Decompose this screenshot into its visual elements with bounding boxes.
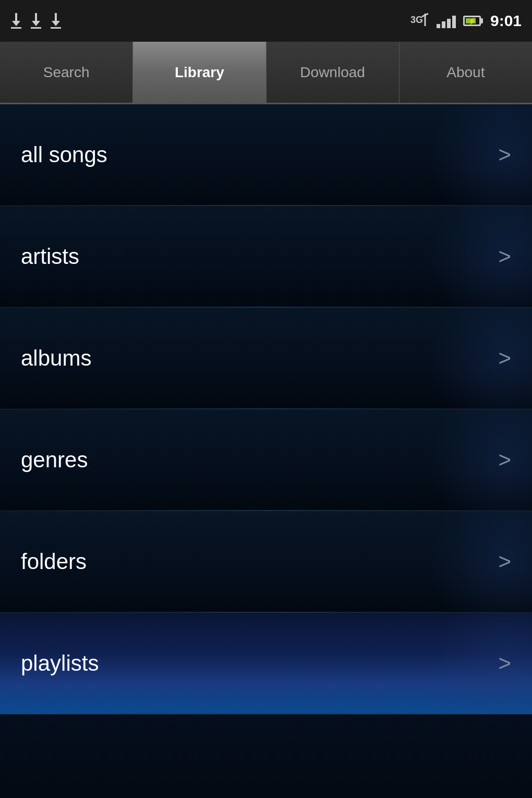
list-item-folders[interactable]: folders > [0,511,532,613]
download-icon-2 [30,13,42,29]
status-right: 3G ⚡ 9:01 [410,11,522,30]
arrow-icon: > [498,651,511,676]
svg-text:3G: 3G [410,15,423,25]
arrow-icon: > [498,448,511,473]
status-bar: 3G ⚡ 9:01 [0,0,532,42]
list-item-albums[interactable]: albums > [0,308,532,409]
signal-bars-icon [437,14,456,28]
battery-icon: ⚡ [463,16,483,26]
arrow-icon: > [498,142,511,167]
tab-about[interactable]: About [400,42,532,103]
list-item-all-songs[interactable]: all songs > [0,104,532,206]
signal-3g-icon: 3G [410,11,429,30]
list-item-playlists[interactable]: playlists > [0,613,532,715]
arrow-icon: > [498,346,511,371]
tab-download[interactable]: Download [267,42,400,103]
library-content: all songs > artists > albums > genres > … [0,104,532,798]
download-icon-1 [10,13,22,29]
list-item-artists[interactable]: artists > [0,206,532,308]
download-icon-3 [50,13,62,29]
tab-library[interactable]: Library [133,42,266,103]
status-time: 9:01 [490,12,522,30]
arrow-icon: > [498,244,511,269]
bottom-spacer [0,715,532,798]
tab-bar: Search Library Download About [0,42,532,104]
arrow-icon: > [498,549,511,574]
tab-search[interactable]: Search [0,42,133,103]
status-left [10,13,62,29]
list-item-genres[interactable]: genres > [0,409,532,511]
